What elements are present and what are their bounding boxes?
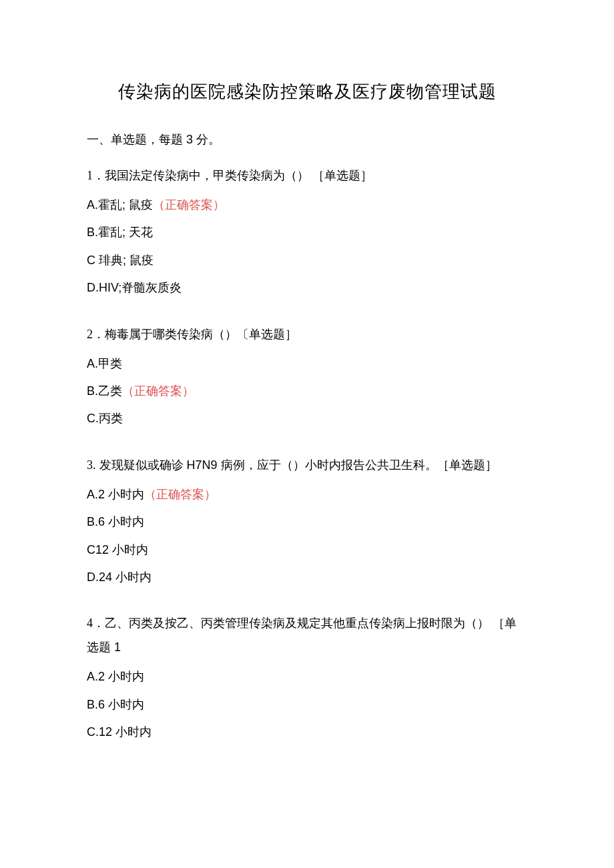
question-stem: ．我国法定传染病中，甲类传染病为（） ［单选题］ (93, 169, 372, 182)
option-label: C.12 小时内 (87, 725, 151, 739)
document-title: 传染病的医院感染防控策略及医疗废物管理试题 (87, 80, 527, 103)
option: B.乙类（正确答案） (87, 378, 527, 405)
question-text: 1．我国法定传染病中，甲类传染病为（） ［单选题］ (87, 163, 527, 187)
question-stem: ．乙、丙类及按乙、丙类管理传染病及规定其他重点传染病上报时限为（） ［单选题 1 (87, 616, 517, 654)
option: B.6 小时内 (87, 508, 527, 536)
option: A.2 小时内（正确答案） (87, 481, 527, 508)
question-block: 1．我国法定传染病中，甲类传染病为（） ［单选题］A.霍乱; 鼠疫（正确答案）B… (87, 163, 527, 302)
correct-answer-marker: （正确答案） (144, 488, 216, 501)
option-label: D.24 小时内 (87, 570, 151, 584)
question-block: 2．梅毒属于哪类传染病（）〔单选题］A.甲类B.乙类（正确答案）C.丙类 (87, 322, 527, 433)
option: C 琲典; 鼠疫 (87, 247, 527, 274)
option: A.2 小时内 (87, 663, 527, 691)
option: A.甲类 (87, 350, 527, 378)
option-label: B.霍乱; 天花 (87, 226, 153, 239)
option-label: C 琲典; 鼠疫 (87, 254, 154, 267)
option: D.HIV;脊髓灰质炎 (87, 274, 527, 302)
option-label: C12 小时内 (87, 543, 148, 556)
option-label: B.6 小时内 (87, 698, 144, 711)
question-number: 4 (87, 616, 93, 630)
option-label: A.甲类 (87, 357, 122, 370)
question-block: 4．乙、丙类及按乙、丙类管理传染病及规定其他重点传染病上报时限为（） ［单选题 … (87, 611, 527, 746)
question-stem: 发现疑似或确诊 H7N9 病例，应于（）小时内报告公共卫生科。［单选题］ (96, 458, 497, 472)
page-content: 传染病的医院感染防控策略及医疗废物管理试题 一、单选题，每题 3 分。 1．我国… (0, 0, 614, 868)
option: C12 小时内 (87, 536, 527, 564)
option-label: B.6 小时内 (87, 515, 144, 528)
option: A.霍乱; 鼠疫（正确答案） (87, 191, 527, 219)
option-label: D.HIV;脊髓灰质炎 (87, 281, 182, 294)
option: B.霍乱; 天花 (87, 219, 527, 246)
question-number: 2 (87, 328, 93, 341)
option-label: A.2 小时内 (87, 670, 144, 683)
option: B.6 小时内 (87, 691, 527, 719)
question-number: 3. (87, 458, 96, 472)
option: D.24 小时内 (87, 564, 527, 591)
correct-answer-marker: （正确答案） (122, 384, 194, 398)
option-label: B.乙类 (87, 384, 122, 398)
questions-container: 1．我国法定传染病中，甲类传染病为（） ［单选题］A.霍乱; 鼠疫（正确答案）B… (87, 163, 527, 746)
option: C.丙类 (87, 405, 527, 432)
option-label: A.霍乱; 鼠疫 (87, 198, 153, 211)
question-number: 1 (87, 169, 93, 182)
option-label: C.丙类 (87, 412, 123, 425)
option-label: A.2 小时内 (87, 488, 144, 501)
question-text: 4．乙、丙类及按乙、丙类管理传染病及规定其他重点传染病上报时限为（） ［单选题 … (87, 611, 527, 659)
question-text: 2．梅毒属于哪类传染病（）〔单选题］ (87, 322, 527, 346)
correct-answer-marker: （正确答案） (153, 198, 225, 211)
question-stem: ．梅毒属于哪类传染病（）〔单选题］ (93, 328, 297, 341)
question-text: 3. 发现疑似或确诊 H7N9 病例，应于（）小时内报告公共卫生科。［单选题］ (87, 453, 527, 477)
question-block: 3. 发现疑似或确诊 H7N9 病例，应于（）小时内报告公共卫生科。［单选题］A… (87, 453, 527, 592)
option: C.12 小时内 (87, 719, 527, 746)
section-header: 一、单选题，每题 3 分。 (87, 131, 527, 147)
